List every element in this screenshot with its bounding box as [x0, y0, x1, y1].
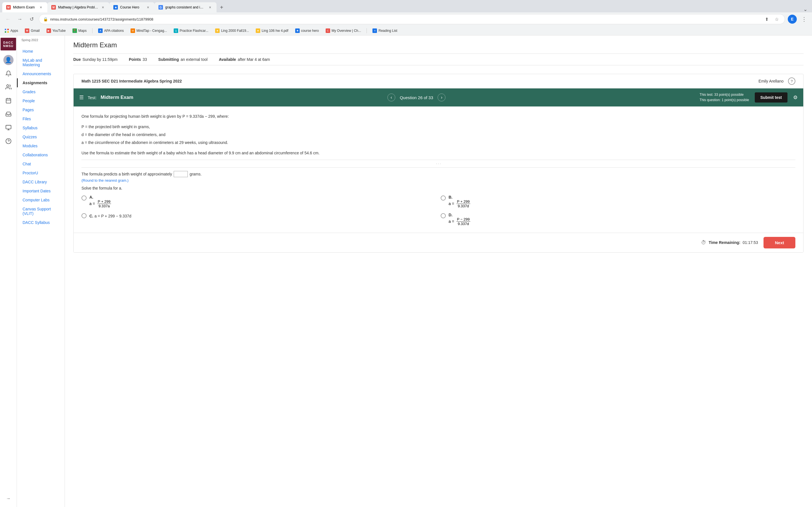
bookmark-gmail[interactable]: M Gmail: [24, 28, 41, 34]
sidebar-item-announcements[interactable]: Announcements: [17, 69, 64, 78]
bookmark-readinglist[interactable]: ≡ Reading List: [371, 28, 398, 34]
test-nav: ‹ Question 26 of 33 ›: [388, 94, 446, 101]
ling2000-icon: ★: [215, 29, 220, 33]
tab-close-midterm[interactable]: ×: [38, 5, 43, 10]
bookmark-icon[interactable]: ☆: [773, 15, 781, 23]
share-icon[interactable]: ⬆: [763, 15, 770, 23]
tab-mathway[interactable]: M Mathway | Algebra Problem So... ×: [47, 2, 109, 12]
apps-icon: [4, 29, 9, 33]
bookmark-ling2000[interactable]: ★ Ling 2000 Fall19...: [214, 28, 250, 34]
browser-chrome: M Midterm Exam × M Mathway | Algebra Pro…: [0, 0, 812, 36]
answer-eq-left-a: a =: [89, 202, 95, 206]
question-problem: Use the formula to estimate the birth we…: [82, 150, 795, 156]
sidebar-item-home[interactable]: Home: [17, 47, 64, 56]
fill-in-input[interactable]: [174, 171, 188, 177]
var-p: P = the projected birth weight in grams,: [82, 123, 795, 131]
back-button[interactable]: ←: [3, 15, 12, 24]
sidebar-item-grades[interactable]: Grades: [17, 87, 64, 96]
sidebar-item-chat[interactable]: Chat: [17, 159, 64, 168]
bookmark-apps[interactable]: Apps: [3, 28, 19, 34]
sidebar-item-assignments[interactable]: Assignments: [17, 78, 64, 87]
answer-eq-d: a = P − 299 9.337d: [449, 217, 471, 226]
sidebar-icon-inbox[interactable]: [2, 108, 15, 120]
youtube-icon: ▶: [47, 29, 51, 33]
submitting-meta: Submitting an external tool: [158, 57, 207, 62]
help-icon[interactable]: ?: [788, 77, 795, 85]
sidebar-item-modules[interactable]: Modules: [17, 142, 64, 151]
ling2000-label: Ling 2000 Fall19...: [221, 29, 249, 33]
sidebar-item-syllabus[interactable]: Syllabus: [17, 123, 64, 132]
lock-icon: 🔒: [43, 17, 48, 21]
course-info-bar: Math 1215 SEC D21 Intermediate Algebra S…: [73, 74, 803, 89]
tab-midterm[interactable]: M Midterm Exam ×: [2, 2, 47, 12]
sidebar-item-mylab[interactable]: MyLab and Mastering: [17, 56, 64, 69]
sidebar-icon-people[interactable]: [2, 81, 15, 93]
fraction-d: P − 299 9.337d: [456, 217, 470, 226]
bookmark-apa[interactable]: A APA citations: [97, 28, 125, 34]
tab-list-button[interactable]: ⌄: [803, 6, 808, 12]
sidebar-item-dacc-syllabus[interactable]: DACC Syllabus: [17, 218, 64, 227]
sidebar-icon-help[interactable]: [2, 135, 15, 147]
sidebar-item-collaborations[interactable]: Collaborations: [17, 151, 64, 159]
sidebar-icon-screen[interactable]: [2, 121, 15, 134]
sidebar-item-dacc-library[interactable]: DACC Library: [17, 177, 64, 186]
due-label: Due: [73, 57, 81, 62]
answer-option-b: B. a = P + 299 9.337d: [441, 195, 795, 208]
page-title: Midterm Exam: [73, 41, 804, 49]
bookmark-ling106[interactable]: ★ Ling 106 hw 4.pdf: [255, 28, 290, 34]
radio-b[interactable]: [441, 195, 446, 201]
main-content: Midterm Exam Due Sunday by 11:59pm Point…: [65, 36, 812, 507]
submit-test-button[interactable]: Submit test: [755, 93, 788, 103]
sidebar-item-important-dates[interactable]: Important Dates: [17, 186, 64, 195]
sidebar-item-people[interactable]: People: [17, 96, 64, 105]
answer-option-a: A. a = P + 299 9.337a: [82, 195, 436, 208]
test-points-possible: This test: 33 point(s) possible: [700, 92, 749, 98]
sidebar-item-pages[interactable]: Pages: [17, 105, 64, 114]
radio-c[interactable]: [82, 213, 87, 218]
bookmark-coursehero2[interactable]: ★ course hero: [294, 28, 320, 34]
sidebar-icon-arrow[interactable]: →: [2, 492, 15, 505]
term-label: Spring 2022: [17, 36, 64, 45]
tab-graphs[interactable]: G graphs consistent and inconsis... ×: [154, 2, 216, 12]
bookmark-maps[interactable]: 📍 Maps: [71, 28, 88, 34]
sidebar-full: DACC NMSU 👤: [0, 36, 65, 507]
url-bar[interactable]: 🔒 nmsu.instructure.com/courses/1437272/a…: [39, 14, 785, 24]
bookmark-mindtap[interactable]: M MindTap - Cengag...: [130, 28, 168, 34]
hamburger-icon[interactable]: ☰: [79, 94, 84, 101]
frac-den-a: 9.337a: [98, 204, 110, 208]
tab-close-coursehero[interactable]: ×: [146, 5, 151, 10]
bookmark-youtube[interactable]: ▶ YouTube: [45, 28, 67, 34]
settings-icon[interactable]: ⚙: [793, 94, 798, 101]
reload-button[interactable]: ↺: [27, 15, 36, 24]
tab-coursehero[interactable]: ★ Course Hero ×: [109, 2, 154, 12]
address-bar: ← → ↺ 🔒 nmsu.instructure.com/courses/143…: [0, 12, 812, 26]
tab-close-mathway[interactable]: ×: [100, 5, 105, 10]
profile-button[interactable]: E: [788, 15, 797, 24]
sidebar-item-proctoru[interactable]: ProctorU: [17, 168, 64, 177]
next-button[interactable]: Next: [763, 237, 795, 248]
fill-in-prefix: The formula predicts a birth weight of a…: [82, 172, 172, 176]
submitting-label: Submitting: [158, 57, 179, 62]
sidebar-item-computer-labs[interactable]: Computer Labs: [17, 195, 64, 205]
course-name: Math 1215 SEC D21 Intermediate Algebra S…: [82, 79, 182, 83]
bookmark-flashcard[interactable]: Q Practice Flashcar...: [172, 28, 209, 34]
radio-a[interactable]: [82, 195, 87, 201]
answer-grid: A. a = P + 299 9.337a: [82, 195, 795, 226]
menu-button[interactable]: ⋮: [800, 15, 809, 24]
sidebar-icon-notifications[interactable]: [2, 67, 15, 80]
sidebar-item-canvas-support[interactable]: Canvas Support(VLIT): [17, 205, 64, 218]
logo-dacc-text: DACC: [3, 41, 13, 44]
prev-question-button[interactable]: ‹: [388, 94, 395, 101]
new-tab-button[interactable]: +: [216, 2, 227, 12]
sidebar-item-quizzes[interactable]: Quizzes: [17, 132, 64, 142]
forward-button[interactable]: →: [15, 15, 24, 24]
answer-label-d: D.: [449, 213, 453, 217]
test-header-left: ☰ Test: Midterm Exam: [79, 94, 133, 101]
sidebar-icon-avatar[interactable]: 👤: [2, 54, 15, 66]
sidebar-item-files[interactable]: Files: [17, 114, 64, 123]
sidebar-icon-calendar[interactable]: [2, 94, 15, 107]
tab-close-graphs[interactable]: ×: [207, 5, 213, 10]
bookmark-myoverview[interactable]: C My Overview | Ch...: [324, 28, 362, 34]
radio-d[interactable]: [441, 213, 446, 218]
next-question-button[interactable]: ›: [438, 94, 446, 101]
